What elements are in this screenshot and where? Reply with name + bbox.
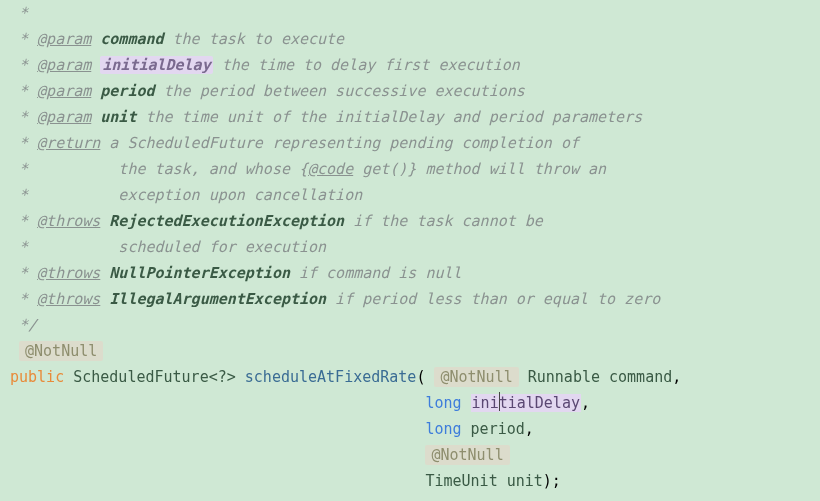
code-line[interactable]: * @throws RejectedExecutionException if … xyxy=(10,208,808,234)
code-line[interactable]: * @throws NullPointerException if comman… xyxy=(10,260,808,286)
doc-desc: a ScheduledFuture representing pending c… xyxy=(100,134,579,152)
doc-param-name: period xyxy=(100,82,154,100)
code-line[interactable]: * @param initialDelay the time to delay … xyxy=(10,52,808,78)
doc-tag-param: @param xyxy=(37,56,91,74)
doc-desc: the period between successive executions xyxy=(155,82,525,100)
doc-tag-param: @param xyxy=(37,108,91,126)
param-name: command xyxy=(609,368,672,386)
doc-desc: get()} method will throw an xyxy=(353,160,606,178)
doc-param-name: command xyxy=(100,30,163,48)
doc-desc: if period less than or equal to zero xyxy=(326,290,660,308)
doc-throws-type: RejectedExecutionException xyxy=(109,212,344,230)
code-line[interactable]: long period, xyxy=(10,416,808,442)
code-line[interactable]: * @param period the period between succe… xyxy=(10,78,808,104)
doc-tag-throws: @throws xyxy=(37,212,100,230)
doc-tag-param: @param xyxy=(37,82,91,100)
code-line[interactable]: * @param unit the time unit of the initi… xyxy=(10,104,808,130)
code-line[interactable]: long initialDelay, xyxy=(10,390,808,416)
code-line[interactable]: * exception upon cancellation xyxy=(10,182,808,208)
doc-desc: exception upon cancellation xyxy=(37,186,362,204)
keyword-long: long xyxy=(425,420,461,438)
code-line[interactable]: public ScheduledFuture<?> scheduleAtFixe… xyxy=(10,364,808,390)
doc-desc: the time unit of the initialDelay and pe… xyxy=(136,108,642,126)
doc-desc: the time to delay first execution xyxy=(213,56,520,74)
doc-tag-throws: @throws xyxy=(37,264,100,282)
doc-tag-throws: @throws xyxy=(37,290,100,308)
code-line[interactable]: * @param command the task to execute xyxy=(10,26,808,52)
annotation: @NotNull xyxy=(434,367,518,387)
keyword-long: long xyxy=(425,394,461,412)
doc-tag-param: @param xyxy=(37,30,91,48)
doc-desc: the task, and whose { xyxy=(37,160,308,178)
doc-param-name: initialDelay xyxy=(100,56,212,74)
code-line[interactable]: */ xyxy=(10,312,808,338)
doc-desc: scheduled for execution xyxy=(37,238,326,256)
code-line[interactable]: @NotNull xyxy=(10,338,808,364)
annotation: @NotNull xyxy=(19,341,103,361)
code-line[interactable]: @NotNull xyxy=(10,442,808,468)
doc-throws-type: IllegalArgumentException xyxy=(109,290,326,308)
code-line[interactable]: TimeUnit unit); xyxy=(10,468,808,494)
code-line[interactable]: * the task, and whose {@code get()} meth… xyxy=(10,156,808,182)
doc-desc: if command is null xyxy=(290,264,462,282)
code-editor[interactable]: * * @param command the task to execute *… xyxy=(0,0,820,494)
code-line[interactable]: * @throws IllegalArgumentException if pe… xyxy=(10,286,808,312)
doc-throws-type: NullPointerException xyxy=(109,264,290,282)
doc-tag-code: @code xyxy=(308,160,353,178)
annotation: @NotNull xyxy=(425,445,509,465)
doc-desc: the task to execute xyxy=(164,30,345,48)
return-type: ScheduledFuture<?> xyxy=(73,368,236,386)
keyword-public: public xyxy=(10,368,64,386)
code-line[interactable]: * scheduled for execution xyxy=(10,234,808,260)
param-name: unit xyxy=(507,472,543,490)
param-name: period xyxy=(471,420,525,438)
code-line[interactable]: * @return a ScheduledFuture representing… xyxy=(10,130,808,156)
code-line[interactable]: * xyxy=(10,0,808,26)
doc-tag-return: @return xyxy=(37,134,100,152)
param-name-highlighted: initialDelay xyxy=(471,394,581,412)
param-type: Runnable xyxy=(528,368,600,386)
param-type: TimeUnit xyxy=(425,472,497,490)
doc-param-name: unit xyxy=(100,108,136,126)
doc-desc: if the task cannot be xyxy=(344,212,543,230)
method-name: scheduleAtFixedRate xyxy=(245,368,417,386)
